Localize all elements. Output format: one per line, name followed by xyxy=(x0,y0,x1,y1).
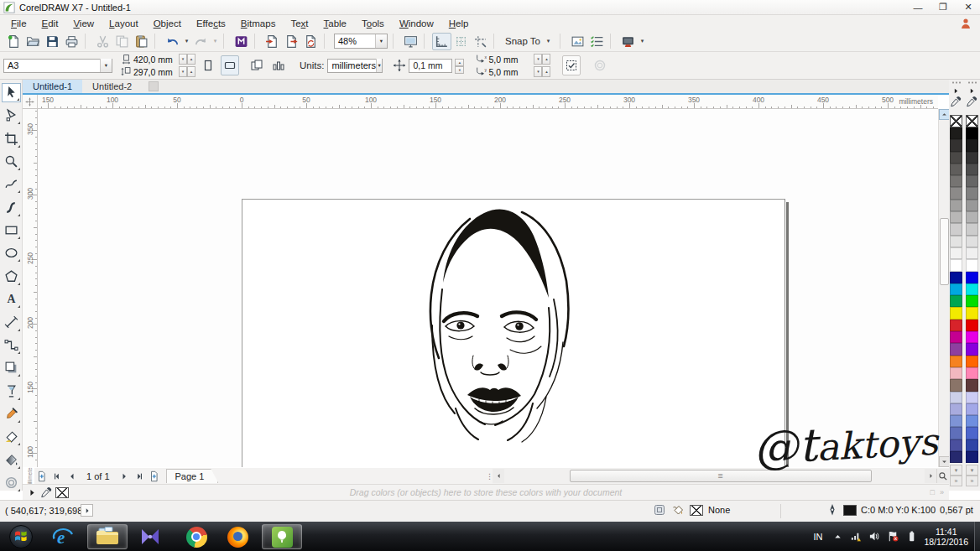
color-swatch[interactable] xyxy=(950,307,962,319)
open-icon[interactable] xyxy=(23,33,43,50)
smart-fill-tool[interactable] xyxy=(2,427,21,446)
taskbar-internet-explorer[interactable]: e xyxy=(49,524,77,549)
palette-more-icon[interactable]: » xyxy=(940,488,944,496)
color-swatch[interactable] xyxy=(950,139,962,151)
duplicate-y-spinner[interactable]: ▾▴ xyxy=(534,66,550,77)
menu-text[interactable]: Text xyxy=(283,17,315,30)
menu-window[interactable]: Window xyxy=(392,17,441,30)
taskbar-windows-explorer[interactable] xyxy=(87,524,128,549)
add-page-button-2[interactable] xyxy=(148,469,162,483)
export-icon[interactable] xyxy=(282,33,301,50)
copy-icon[interactable] xyxy=(112,33,132,50)
undo-icon[interactable] xyxy=(163,33,182,50)
menu-help[interactable]: Help xyxy=(441,17,477,30)
connector-tool[interactable] xyxy=(2,335,21,355)
redo-icon[interactable] xyxy=(191,33,211,50)
color-swatch[interactable] xyxy=(950,439,962,451)
chevron-down-icon[interactable]: ▾ xyxy=(375,34,387,48)
freehand-tool[interactable] xyxy=(2,174,21,194)
page-height-spinner[interactable]: ▾▴ xyxy=(179,66,195,77)
color-swatch[interactable] xyxy=(966,415,978,427)
action-center-icon[interactable] xyxy=(887,530,899,543)
welcome-screen-icon[interactable] xyxy=(618,33,638,50)
palette-scroll-down-button[interactable]: ▾ xyxy=(966,465,978,476)
color-swatch[interactable] xyxy=(950,367,962,379)
all-pages-button[interactable] xyxy=(248,55,266,75)
vertical-scrollbar[interactable] xyxy=(938,109,949,467)
page-height-field[interactable]: 297,0 mm xyxy=(133,67,177,77)
vertical-ruler[interactable]: 100150200250300350 xyxy=(23,109,38,467)
units-select[interactable]: millimeters▾ xyxy=(327,59,383,73)
no-color-swatch[interactable] xyxy=(950,115,962,127)
snap-to-dropdown[interactable]: Snap To▾ xyxy=(502,36,556,46)
menu-edit[interactable]: Edit xyxy=(34,17,66,30)
color-swatch[interactable] xyxy=(966,451,978,463)
palette-grip[interactable] xyxy=(951,81,961,84)
portrait-artwork[interactable] xyxy=(390,201,592,444)
treat-as-filled-button[interactable] xyxy=(562,55,581,75)
network-warning-icon[interactable] xyxy=(850,530,863,543)
color-swatch[interactable] xyxy=(966,152,978,164)
paste-icon[interactable] xyxy=(132,33,151,50)
duplicate-y-field[interactable]: 5,0 mm xyxy=(488,67,532,77)
color-swatch[interactable] xyxy=(966,356,978,367)
color-swatch[interactable] xyxy=(950,415,962,427)
color-swatch[interactable] xyxy=(950,343,962,355)
language-indicator[interactable]: IN xyxy=(810,530,826,543)
page-tab[interactable]: Page 1 xyxy=(166,469,219,483)
color-swatch[interactable] xyxy=(950,127,962,139)
menu-table[interactable]: Table xyxy=(316,17,355,30)
add-page-button[interactable] xyxy=(34,469,49,483)
cut-icon[interactable] xyxy=(93,33,112,50)
interactive-fill-tool[interactable] xyxy=(2,450,21,470)
taskbar-firefox[interactable] xyxy=(223,524,252,549)
color-swatch[interactable] xyxy=(950,236,962,247)
palette-eyedropper-icon[interactable] xyxy=(950,96,962,109)
palette-eyedropper-icon[interactable] xyxy=(966,96,977,109)
color-swatch[interactable] xyxy=(966,127,978,139)
outline-tool[interactable] xyxy=(2,473,21,492)
color-swatch[interactable] xyxy=(950,164,962,175)
outline-pen-icon[interactable] xyxy=(826,503,839,517)
color-swatch[interactable] xyxy=(966,379,978,391)
polygon-tool[interactable] xyxy=(2,267,21,286)
menu-tools[interactable]: Tools xyxy=(354,17,392,30)
drawing-canvas[interactable] xyxy=(38,109,938,467)
taskbar-clock[interactable]: 11:41 18/12/2016 xyxy=(924,527,973,547)
import-icon[interactable] xyxy=(263,33,282,50)
color-swatch[interactable] xyxy=(966,187,978,199)
fill-none-swatch[interactable] xyxy=(690,505,703,516)
status-settings-icon[interactable] xyxy=(653,503,666,517)
color-swatch[interactable] xyxy=(966,236,978,247)
chevron-down-icon[interactable]: ▾ xyxy=(211,38,220,44)
show-guidelines-icon[interactable] xyxy=(471,33,490,50)
text-tool[interactable]: A xyxy=(2,289,21,309)
options-image-icon[interactable] xyxy=(568,33,587,50)
application-launcher-icon[interactable] xyxy=(232,33,251,50)
rectangle-tool[interactable] xyxy=(2,221,21,240)
color-swatch[interactable] xyxy=(966,247,978,259)
color-swatch[interactable] xyxy=(950,259,962,271)
print-icon[interactable] xyxy=(62,33,81,50)
color-swatch[interactable] xyxy=(950,403,962,415)
transparency-tool[interactable] xyxy=(2,382,21,401)
menu-layout[interactable]: Layout xyxy=(102,17,146,30)
color-swatch[interactable] xyxy=(950,356,962,367)
color-swatch[interactable] xyxy=(966,164,978,175)
color-swatch[interactable] xyxy=(966,427,978,439)
save-icon[interactable] xyxy=(43,33,62,50)
outline-preview-button[interactable] xyxy=(591,55,609,75)
show-rulers-icon[interactable] xyxy=(432,33,451,50)
color-swatch[interactable] xyxy=(966,343,978,355)
chevron-down-icon[interactable]: ▾ xyxy=(376,59,382,72)
show-grid-icon[interactable] xyxy=(451,33,471,50)
portrait-button[interactable] xyxy=(199,55,217,75)
minimize-button[interactable]: — xyxy=(910,1,926,13)
fill-bucket-icon[interactable] xyxy=(671,503,685,517)
scroll-left-button[interactable] xyxy=(493,469,504,483)
color-swatch[interactable] xyxy=(966,200,978,211)
color-swatch[interactable] xyxy=(966,331,978,343)
taskbar-coreldraw[interactable] xyxy=(262,524,302,549)
hidden-icons-arrow[interactable] xyxy=(831,530,844,543)
color-swatch[interactable] xyxy=(966,439,978,451)
